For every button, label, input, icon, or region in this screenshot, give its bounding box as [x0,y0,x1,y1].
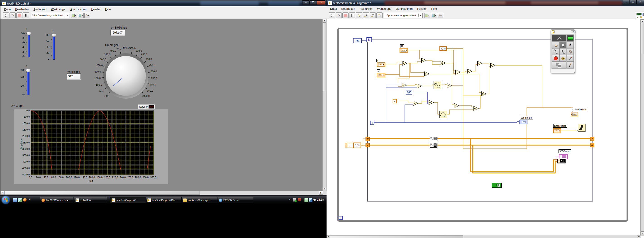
shift-register-left[interactable] [366,143,370,147]
pause-button[interactable] [349,12,355,18]
slider-a-track[interactable] [27,70,30,95]
shift-register-right[interactable] [590,137,594,141]
tools-palette[interactable]: ✕ A [550,30,575,73]
slider-l1-thumb[interactable] [52,33,56,37]
hscroll-thumb[interactable] [330,235,463,238]
terminal-r[interactable]: DBL▸ [377,62,385,67]
terminal-a[interactable]: DBL▸ [377,73,385,77]
show-desktop-icon[interactable] [13,198,17,202]
arith-node[interactable]: × [490,63,496,68]
arith-node[interactable]: ÷ [428,100,434,105]
edit-text-tool[interactable]: A [567,42,574,48]
step-into-button[interactable] [363,12,369,18]
menu-item[interactable]: Fenster [415,6,428,11]
arith-node[interactable]: − [455,70,461,74]
window-switcher-icon[interactable] [18,198,22,202]
arith-node[interactable]: ÷ [417,84,422,88]
arith-node[interactable]: − [454,103,460,108]
distribute-objects-button[interactable]: ▾ [431,13,437,18]
scroll-hand-tool[interactable] [567,48,574,55]
loop-count-terminal[interactable]: N [366,37,372,42]
abort-button[interactable] [16,12,22,18]
stoesselhub-display[interactable]: -2972,07 [110,30,125,35]
slider-l1-track[interactable] [52,35,55,60]
arith-node[interactable]: + [402,61,408,66]
arith-node[interactable]: ÷ [421,58,427,63]
step-over-button[interactable] [370,12,376,18]
fp-hscrollbar[interactable]: ◀ ▶ [0,191,327,195]
terminal-label-stoesselhub[interactable]: s= Stößelhub [571,108,587,111]
font-selector[interactable]: 15pt Anwendungsschriftart▼ [31,13,70,18]
bd-vscrollbar[interactable]: ▲ ▼ [640,19,644,236]
menu-item[interactable]: Datei [328,6,338,11]
scroll-down-arrow[interactable]: ▼ [640,232,644,235]
start-button[interactable] [2,196,10,204]
diagram-titlebar[interactable]: test5mitGraph.vi Diagramm * – ❐ ✕ [326,0,644,6]
terminal-stoesselhub[interactable]: ▸DBL [571,112,578,116]
operate-value-tool[interactable] [552,42,559,48]
set-color-tool[interactable] [552,62,566,68]
menu-item[interactable]: Bearbeiten [14,7,30,12]
graph-legend[interactable]: Kurve 0 [138,104,155,109]
scroll-right-arrow[interactable]: ▶ [319,191,323,195]
sine-function[interactable]: SIN [434,81,441,89]
arith-node[interactable]: − [477,61,483,66]
scroll-down-arrow[interactable]: ▼ [323,187,326,191]
position-tool[interactable] [560,42,566,48]
taskbar-clock[interactable]: 18:58 [317,198,324,201]
align-objects-button[interactable]: ▾ [71,13,77,18]
taskbar-button[interactable]: LabVIEWforum.de - ... [40,197,73,204]
network-icon[interactable] [308,198,312,202]
winkel-phi-display[interactable]: 312 [67,74,81,79]
minimize-button[interactable]: – [302,0,310,5]
boolean-constant[interactable]: T F [492,183,501,188]
run-button[interactable] [329,12,335,18]
abort-button[interactable] [342,12,348,18]
terminal-label-xygraph[interactable]: XY-Graph [558,149,571,153]
reorder-button[interactable]: ⟲▾ [438,13,443,18]
step-out-button[interactable] [376,12,382,18]
wait-ms-icon[interactable] [578,124,586,132]
restore-button[interactable]: ❐ [630,0,636,4]
menu-item[interactable]: Hilfe [104,7,113,12]
run-continuous-button[interactable]: ↻ [336,12,342,18]
color-copy-tool[interactable] [567,55,574,62]
menu-item[interactable]: Fenster [89,7,102,12]
terminal-label-drehregler[interactable]: Drehregler [553,124,567,128]
vscroll-thumb[interactable] [640,23,644,54]
scroll-left-arrow[interactable]: ◀ [327,235,330,238]
fp-vscrollbar[interactable]: ▲ ▼ [322,18,326,191]
highlight-execution-button[interactable] [356,12,362,18]
arith-node[interactable]: × [440,60,446,66]
loop-iterator-terminal[interactable]: i [370,121,374,125]
arith-node[interactable]: − [474,106,479,111]
menu-item[interactable]: Werkzeuge [49,7,67,12]
close-button[interactable]: ✕ [636,0,644,4]
bd-hscrollbar[interactable]: ◀ ▶ [326,235,641,238]
run-button[interactable] [3,12,9,18]
connect-wire-tool[interactable] [552,48,559,55]
menu-item[interactable]: Hilfe [430,6,439,11]
menu-item[interactable]: Bearbeiten [340,6,357,11]
scroll-up-arrow[interactable]: ▲ [640,20,644,23]
probe-tool[interactable]: P [560,55,566,62]
arith-node[interactable]: × [447,83,452,88]
shift-register-right[interactable] [590,143,594,147]
terminal-l1[interactable]: DBL▸ [400,48,408,52]
arith-node[interactable]: × [402,83,407,88]
terminal-winkel-phi[interactable]: ▸I32 [519,120,528,124]
distribute-objects-button[interactable]: ▾ [78,13,84,18]
plot-area[interactable] [30,110,154,175]
arith-node[interactable]: × [413,101,418,106]
taskbar-button[interactable]: test5mitGraph.vi Dia... [146,197,182,204]
menu-item[interactable]: Durchsuchen [394,6,414,11]
vi-icon-pane[interactable]: 1 [636,12,644,20]
front-panel-titlebar[interactable]: test5mitGraph.vi * – ❐ ✕ [0,0,326,6]
quick-launch-overflow[interactable]: » [29,197,30,200]
menu-item[interactable]: Durchsuchen [68,7,88,12]
insert-into-array-node[interactable] [430,137,438,141]
terminal-label-l1[interactable]: l1 [400,44,404,48]
slider-a-thumb[interactable] [26,69,30,72]
auto-tool-select-cell[interactable] [552,35,566,41]
power-plug-icon[interactable] [304,198,308,202]
